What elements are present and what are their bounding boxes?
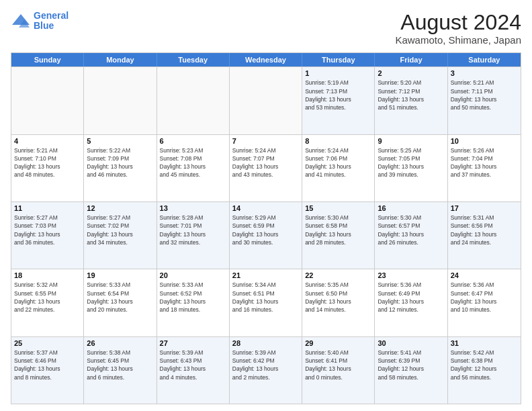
calendar-cell-13: 13Sunrise: 5:28 AM Sunset: 7:01 PM Dayli… (157, 202, 230, 269)
day-info: Sunrise: 5:36 AM Sunset: 6:47 PM Dayligh… (451, 281, 518, 314)
day-number: 5 (87, 137, 153, 145)
day-info: Sunrise: 5:21 AM Sunset: 7:10 PM Dayligh… (14, 146, 81, 179)
day-number: 26 (87, 339, 153, 347)
day-number: 31 (451, 339, 518, 347)
weekday-header-tuesday: Tuesday (157, 53, 230, 66)
day-number: 28 (232, 339, 299, 347)
weekday-header-monday: Monday (84, 53, 157, 66)
day-number: 23 (378, 271, 444, 279)
calendar-cell-empty-0 (11, 67, 84, 134)
logo: General Blue (11, 11, 69, 32)
day-number: 2 (378, 69, 444, 77)
day-number: 22 (305, 271, 371, 279)
day-info: Sunrise: 5:34 AM Sunset: 6:51 PM Dayligh… (232, 281, 299, 314)
day-info: Sunrise: 5:30 AM Sunset: 6:58 PM Dayligh… (305, 214, 371, 246)
day-number: 13 (160, 204, 226, 212)
calendar-cell-9: 9Sunrise: 5:25 AM Sunset: 7:05 PM Daylig… (375, 135, 447, 201)
day-number: 18 (14, 271, 81, 279)
day-info: Sunrise: 5:31 AM Sunset: 6:56 PM Dayligh… (451, 214, 518, 246)
day-number: 1 (305, 69, 371, 77)
calendar-cell-22: 22Sunrise: 5:35 AM Sunset: 6:50 PM Dayli… (302, 269, 375, 336)
day-number: 11 (14, 204, 81, 212)
weekday-header-friday: Friday (375, 53, 447, 66)
calendar-cell-12: 12Sunrise: 5:27 AM Sunset: 7:02 PM Dayli… (84, 202, 157, 269)
calendar-cell-7: 7Sunrise: 5:24 AM Sunset: 7:07 PM Daylig… (230, 135, 302, 201)
calendar-cell-18: 18Sunrise: 5:32 AM Sunset: 6:55 PM Dayli… (11, 269, 84, 336)
day-number: 30 (378, 339, 444, 347)
calendar-cell-empty-3 (230, 67, 302, 134)
day-info: Sunrise: 5:39 AM Sunset: 6:43 PM Dayligh… (160, 349, 226, 381)
day-number: 16 (378, 204, 444, 212)
day-number: 29 (305, 339, 371, 347)
day-info: Sunrise: 5:40 AM Sunset: 6:41 PM Dayligh… (305, 349, 371, 381)
calendar-cell-24: 24Sunrise: 5:36 AM Sunset: 6:47 PM Dayli… (448, 269, 521, 336)
logo-blue: Blue (34, 20, 54, 31)
day-number: 19 (87, 271, 153, 279)
day-number: 10 (451, 137, 518, 145)
day-number: 12 (87, 204, 153, 212)
calendar-cell-19: 19Sunrise: 5:33 AM Sunset: 6:54 PM Dayli… (84, 269, 157, 336)
day-info: Sunrise: 5:25 AM Sunset: 7:05 PM Dayligh… (378, 146, 444, 179)
day-info: Sunrise: 5:36 AM Sunset: 6:49 PM Dayligh… (378, 281, 444, 314)
calendar-cell-10: 10Sunrise: 5:26 AM Sunset: 7:04 PM Dayli… (448, 135, 521, 201)
day-number: 4 (14, 137, 81, 145)
calendar-cell-21: 21Sunrise: 5:34 AM Sunset: 6:51 PM Dayli… (230, 269, 302, 336)
day-number: 15 (305, 204, 371, 212)
day-info: Sunrise: 5:42 AM Sunset: 6:38 PM Dayligh… (451, 349, 518, 381)
day-number: 3 (451, 69, 518, 77)
logo-icon (11, 13, 31, 29)
day-info: Sunrise: 5:32 AM Sunset: 6:55 PM Dayligh… (14, 281, 81, 314)
day-number: 25 (14, 339, 81, 347)
calendar-cell-17: 17Sunrise: 5:31 AM Sunset: 6:56 PM Dayli… (448, 202, 521, 269)
day-info: Sunrise: 5:33 AM Sunset: 6:52 PM Dayligh… (160, 281, 226, 314)
day-number: 14 (232, 204, 299, 212)
day-info: Sunrise: 5:27 AM Sunset: 7:02 PM Dayligh… (87, 214, 153, 246)
calendar-cell-empty-1 (84, 67, 157, 134)
title-block: August 2024 Kawamoto, Shimane, Japan (395, 11, 521, 46)
calendar-row-2: 4Sunrise: 5:21 AM Sunset: 7:10 PM Daylig… (11, 134, 521, 201)
day-number: 21 (232, 271, 299, 279)
day-info: Sunrise: 5:33 AM Sunset: 6:54 PM Dayligh… (87, 281, 153, 314)
calendar-cell-14: 14Sunrise: 5:29 AM Sunset: 6:59 PM Dayli… (230, 202, 302, 269)
calendar-cell-1: 1Sunrise: 5:19 AM Sunset: 7:13 PM Daylig… (302, 67, 375, 134)
calendar-cell-29: 29Sunrise: 5:40 AM Sunset: 6:41 PM Dayli… (302, 337, 375, 404)
day-number: 24 (451, 271, 518, 279)
calendar-cell-16: 16Sunrise: 5:30 AM Sunset: 6:57 PM Dayli… (375, 202, 447, 269)
calendar-cell-3: 3Sunrise: 5:21 AM Sunset: 7:11 PM Daylig… (448, 67, 521, 134)
calendar-cell-30: 30Sunrise: 5:41 AM Sunset: 6:39 PM Dayli… (375, 337, 447, 404)
calendar-row-5: 25Sunrise: 5:37 AM Sunset: 6:46 PM Dayli… (11, 336, 521, 404)
calendar-header-row: SundayMondayTuesdayWednesdayThursdayFrid… (11, 53, 521, 66)
day-number: 27 (160, 339, 226, 347)
weekday-header-sunday: Sunday (11, 53, 84, 66)
svg-marker-1 (12, 14, 30, 25)
calendar-cell-4: 4Sunrise: 5:21 AM Sunset: 7:10 PM Daylig… (11, 135, 84, 201)
calendar-cell-23: 23Sunrise: 5:36 AM Sunset: 6:49 PM Dayli… (375, 269, 447, 336)
weekday-header-thursday: Thursday (302, 53, 375, 66)
day-info: Sunrise: 5:38 AM Sunset: 6:45 PM Dayligh… (87, 349, 153, 381)
calendar-cell-empty-2 (157, 67, 230, 134)
day-info: Sunrise: 5:39 AM Sunset: 6:42 PM Dayligh… (232, 349, 299, 381)
calendar-row-3: 11Sunrise: 5:27 AM Sunset: 7:03 PM Dayli… (11, 201, 521, 269)
calendar: SundayMondayTuesdayWednesdayThursdayFrid… (11, 52, 521, 404)
calendar-cell-11: 11Sunrise: 5:27 AM Sunset: 7:03 PM Dayli… (11, 202, 84, 269)
calendar-row-4: 18Sunrise: 5:32 AM Sunset: 6:55 PM Dayli… (11, 269, 521, 336)
day-info: Sunrise: 5:24 AM Sunset: 7:07 PM Dayligh… (232, 146, 299, 179)
day-info: Sunrise: 5:19 AM Sunset: 7:13 PM Dayligh… (305, 79, 371, 111)
day-info: Sunrise: 5:23 AM Sunset: 7:08 PM Dayligh… (160, 146, 226, 179)
day-info: Sunrise: 5:37 AM Sunset: 6:46 PM Dayligh… (14, 349, 81, 381)
calendar-title: August 2024 (395, 11, 521, 34)
weekday-header-wednesday: Wednesday (230, 53, 302, 66)
calendar-cell-20: 20Sunrise: 5:33 AM Sunset: 6:52 PM Dayli… (157, 269, 230, 336)
day-info: Sunrise: 5:35 AM Sunset: 6:50 PM Dayligh… (305, 281, 371, 314)
day-number: 7 (232, 137, 299, 145)
day-info: Sunrise: 5:21 AM Sunset: 7:11 PM Dayligh… (451, 79, 518, 111)
calendar-cell-26: 26Sunrise: 5:38 AM Sunset: 6:45 PM Dayli… (84, 337, 157, 404)
logo-general: General (34, 10, 69, 21)
day-info: Sunrise: 5:30 AM Sunset: 6:57 PM Dayligh… (378, 214, 444, 246)
logo-text: General Blue (34, 11, 69, 32)
calendar-cell-15: 15Sunrise: 5:30 AM Sunset: 6:58 PM Dayli… (302, 202, 375, 269)
day-info: Sunrise: 5:22 AM Sunset: 7:09 PM Dayligh… (87, 146, 153, 179)
day-number: 9 (378, 137, 444, 145)
day-info: Sunrise: 5:41 AM Sunset: 6:39 PM Dayligh… (378, 349, 444, 381)
day-info: Sunrise: 5:29 AM Sunset: 6:59 PM Dayligh… (232, 214, 299, 246)
